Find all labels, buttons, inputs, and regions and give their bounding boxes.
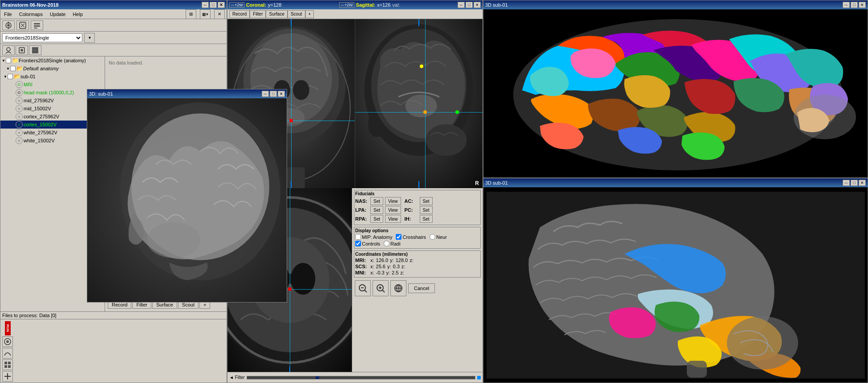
mri-zoom-indicator-2: ↔+2W bbox=[339, 2, 354, 8]
menu-icon-btn-1[interactable]: ⊞ bbox=[186, 9, 196, 19]
toolbar-btn-2[interactable] bbox=[16, 20, 29, 30]
brain-colored-bottom[interactable] bbox=[483, 187, 868, 383]
window-3d-maximize[interactable]: □ bbox=[270, 91, 277, 97]
brainstorm-minimize-btn[interactable]: ─ bbox=[202, 2, 209, 8]
subject-check[interactable] bbox=[8, 74, 13, 79]
brain-colored-top[interactable] bbox=[483, 9, 868, 177]
mid15-label: mid_15002V bbox=[24, 106, 51, 111]
ac-set-btn[interactable]: Set bbox=[420, 197, 433, 205]
lpa-view-btn[interactable]: View bbox=[385, 206, 401, 214]
controls-input[interactable] bbox=[355, 241, 361, 246]
sagittal-brain-svg bbox=[355, 19, 483, 188]
mri-sagittal-view[interactable]: R bbox=[355, 19, 483, 188]
run-label[interactable]: RUN bbox=[5, 321, 11, 335]
nas-view-btn[interactable]: View bbox=[385, 197, 401, 205]
right-top-title: 3D sub-01 bbox=[485, 2, 508, 8]
menu-file[interactable]: File bbox=[2, 11, 14, 17]
right-bottom-maximize[interactable]: □ bbox=[851, 180, 858, 186]
mip-anatomy-input[interactable] bbox=[355, 234, 361, 240]
action-btn-3[interactable] bbox=[390, 280, 406, 296]
brainstorm-window-controls: ─ □ ✕ bbox=[202, 2, 225, 8]
radi-label: Radi bbox=[390, 241, 401, 246]
subject-icon-3[interactable] bbox=[29, 45, 41, 55]
brainstorm-toolbar bbox=[0, 19, 227, 32]
right-top-close[interactable]: ✕ bbox=[859, 2, 866, 8]
mip-anatomy-check[interactable]: MIP: Anatomy bbox=[355, 234, 392, 240]
neuro-radio[interactable]: Neur bbox=[430, 234, 447, 240]
rpa-view-btn[interactable]: View bbox=[385, 215, 401, 223]
menu-colormaps[interactable]: Colormaps bbox=[17, 11, 45, 17]
tree-subject-item[interactable]: ▼ 📂 sub-01 bbox=[0, 73, 105, 81]
tab-filter-mri[interactable]: Filter bbox=[250, 10, 266, 18]
svg-rect-13 bbox=[32, 47, 35, 50]
tree-mri-item[interactable]: ⊙ MRI bbox=[0, 81, 105, 89]
cancel-button[interactable]: Cancel bbox=[408, 283, 435, 293]
window-3d-minimize[interactable]: ─ bbox=[262, 91, 269, 97]
tab-record-mri[interactable]: Record bbox=[229, 10, 250, 18]
coord-scs-label: SCS: bbox=[355, 264, 369, 269]
crosshairs-check[interactable]: Crosshairs bbox=[396, 234, 426, 240]
menu-help[interactable]: Help bbox=[71, 11, 85, 17]
rpa-set-btn[interactable]: Set bbox=[370, 215, 383, 223]
mri-minimize-btn[interactable]: ─ bbox=[458, 2, 465, 8]
action-btn-1[interactable] bbox=[355, 280, 371, 296]
tree-root-node[interactable]: ▼ 📁 Frontiers2018Single (anatomy) bbox=[0, 56, 105, 65]
subject-btn-expand[interactable]: ▾ bbox=[84, 33, 95, 43]
anatomy-check[interactable] bbox=[10, 66, 16, 71]
mri-slider-handle[interactable] bbox=[316, 376, 319, 379]
coord-scs-y-val: 0.3 bbox=[393, 264, 400, 269]
coord-mni-y-label: y: bbox=[386, 270, 390, 275]
menu-close-btn[interactable]: ✕ bbox=[214, 9, 225, 19]
process-icon-3[interactable] bbox=[2, 359, 13, 370]
controls-label: Controls bbox=[362, 241, 380, 246]
menu-update[interactable]: Update bbox=[48, 11, 67, 17]
svg-rect-19 bbox=[4, 362, 7, 364]
lpa-set-btn[interactable]: Set bbox=[370, 206, 383, 214]
toolbar-btn-1[interactable] bbox=[2, 20, 15, 30]
brainstorm-maximize-btn[interactable]: □ bbox=[210, 2, 217, 8]
toolbar-icon-2 bbox=[19, 21, 27, 29]
svg-rect-14 bbox=[35, 47, 38, 50]
process-icon-4[interactable] bbox=[2, 371, 13, 382]
brain-3d-canvas[interactable] bbox=[87, 98, 287, 302]
toolbar-icon-1 bbox=[4, 21, 12, 29]
right-top-minimize[interactable]: ─ bbox=[843, 2, 850, 8]
sagittal-orange-dot bbox=[423, 110, 427, 114]
tree-anatomy-item[interactable]: ▼ 📂 Default anatomy bbox=[0, 65, 105, 73]
action-btn-2[interactable] bbox=[373, 280, 389, 296]
crosshairs-label: Crosshairs bbox=[402, 234, 426, 240]
right-bottom-close[interactable]: ✕ bbox=[859, 180, 866, 186]
tab-add-mri[interactable]: + bbox=[305, 10, 314, 18]
process-icon-2[interactable] bbox=[2, 348, 13, 359]
window-3d-close[interactable]: ✕ bbox=[278, 91, 285, 97]
controls-check[interactable]: Controls bbox=[355, 241, 380, 246]
neuro-radio-input[interactable] bbox=[430, 234, 435, 240]
crosshairs-input[interactable] bbox=[396, 234, 402, 240]
toolbar-btn-3[interactable] bbox=[31, 20, 43, 30]
tab-surface-mri[interactable]: Surface bbox=[266, 10, 287, 18]
subject-icon-2[interactable] bbox=[16, 45, 28, 55]
right-top-maximize[interactable]: □ bbox=[851, 2, 858, 8]
menu-icon-btn-2[interactable]: ▦▾ bbox=[200, 9, 211, 19]
subject-icon-1[interactable] bbox=[2, 45, 15, 55]
subject-icon-toolbar bbox=[0, 44, 227, 56]
process-icon-1[interactable] bbox=[2, 336, 13, 347]
axial-crosshair-v bbox=[290, 188, 290, 372]
radi-radio-input[interactable] bbox=[384, 241, 389, 246]
process-left-icons: RUN bbox=[2, 321, 13, 382]
tab-scout-mri[interactable]: Scout bbox=[288, 10, 305, 18]
mri-close-btn[interactable]: ✕ bbox=[474, 2, 481, 8]
svg-rect-20 bbox=[8, 362, 11, 364]
sagittal-yellow-dot bbox=[420, 65, 423, 68]
brainstorm-close-btn[interactable]: ✕ bbox=[218, 2, 225, 8]
nas-set-btn[interactable]: Set bbox=[370, 197, 383, 205]
radio-radi[interactable]: Radi bbox=[384, 241, 401, 246]
brainstorm-titlebar: Brainstorm 06-Nov-2018 ─ □ ✕ bbox=[0, 0, 227, 9]
subject-dropdown[interactable]: Frontiers2018Single bbox=[2, 33, 82, 42]
mri-slider-bar[interactable] bbox=[247, 376, 475, 379]
root-check[interactable] bbox=[6, 58, 11, 63]
pc-set-btn[interactable]: Set bbox=[420, 206, 433, 214]
right-bottom-minimize[interactable]: ─ bbox=[843, 180, 850, 186]
mri-maximize-btn[interactable]: □ bbox=[466, 2, 473, 8]
ih-set-btn[interactable]: Set bbox=[420, 215, 433, 223]
